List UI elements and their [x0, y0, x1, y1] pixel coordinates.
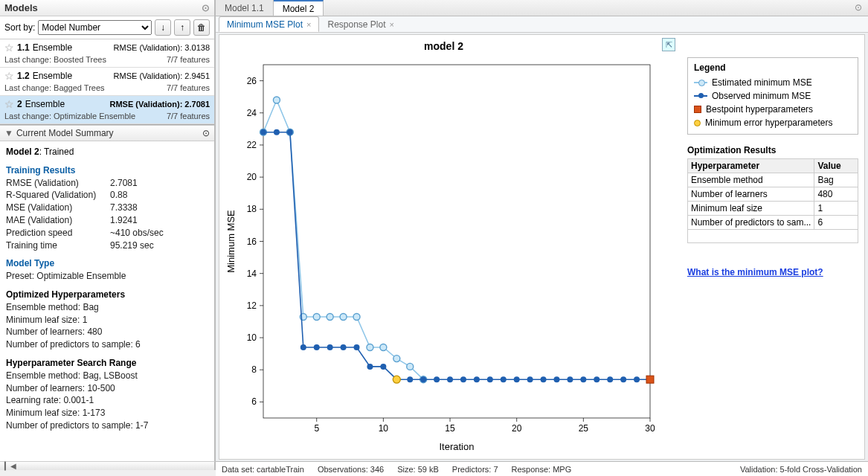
svg-point-62: [407, 376, 413, 382]
opt-param-value: 480: [814, 187, 858, 202]
status-size: Size: 59 kB: [397, 465, 439, 474]
svg-point-70: [514, 376, 520, 382]
svg-point-79: [634, 376, 640, 382]
svg-text:24: 24: [247, 108, 257, 118]
svg-text:6: 6: [251, 396, 257, 407]
svg-point-71: [527, 376, 533, 382]
svg-point-67: [474, 376, 480, 382]
sort-up-button[interactable]: ↑: [174, 19, 190, 36]
svg-text:Minimum MSE: Minimum MSE: [225, 210, 237, 273]
opt-param-name: Number of predictors to sam...: [688, 216, 814, 230]
legend-title: Legend: [694, 62, 852, 73]
model-list-item[interactable]: ☆ 1.1 Ensemble RMSE (Validation): 3.0138…: [0, 39, 214, 68]
svg-point-75: [580, 376, 586, 382]
svg-point-42: [313, 313, 320, 320]
svg-text:12: 12: [247, 300, 257, 311]
svg-point-46: [367, 344, 373, 351]
tab-close-icon[interactable]: ⊙: [849, 0, 868, 16]
sort-down-button[interactable]: ↓: [155, 19, 171, 36]
svg-text:15: 15: [445, 423, 455, 434]
svg-text:8: 8: [251, 364, 257, 375]
legend-label: Bestpoint hyperparameters: [706, 104, 813, 115]
svg-rect-82: [646, 376, 654, 383]
models-panel-close-icon[interactable]: ⊙: [202, 2, 210, 13]
svg-point-73: [553, 376, 559, 382]
model-features: 7/7 features: [167, 83, 210, 92]
svg-point-55: [314, 344, 320, 350]
sub-tab[interactable]: Response Plot×: [319, 16, 402, 32]
opt-param-value: Bag: [814, 173, 858, 187]
summary-header: ▼ Current Model Summary ⊙: [0, 125, 214, 141]
status-predictors: Predictors: 7: [452, 465, 498, 474]
sub-tab[interactable]: Minimum MSE Plot×: [219, 16, 319, 32]
status-bar: Data set: cartableTrain Observations: 34…: [216, 461, 868, 476]
model-number: 2: [17, 99, 22, 109]
collapse-handle[interactable]: ▎◀: [0, 461, 216, 470]
legend-marker-bestpoint: [694, 106, 701, 113]
model-type: Ensemble: [33, 42, 72, 53]
delete-button[interactable]: 🗑: [193, 19, 210, 36]
summary-title: Current Model Summary: [16, 128, 114, 138]
svg-text:model 2: model 2: [424, 40, 463, 52]
model-list-item[interactable]: ☆ 1.2 Ensemble RMSE (Validation): 2.9451…: [0, 68, 214, 96]
svg-point-52: [274, 129, 280, 135]
svg-point-47: [380, 344, 387, 351]
model-type: Ensemble: [25, 99, 65, 109]
svg-text:10: 10: [379, 423, 389, 434]
opt-param-value: 6: [814, 216, 858, 230]
mse-help-link[interactable]: What is the minimum MSE plot?: [687, 267, 858, 277]
sub-tab-close-icon[interactable]: ×: [306, 20, 311, 29]
sort-select[interactable]: Model Number: [38, 20, 152, 35]
svg-point-69: [501, 376, 507, 382]
svg-point-51: [260, 129, 266, 135]
svg-point-43: [327, 313, 333, 320]
svg-text:Iteration: Iteration: [440, 441, 475, 452]
svg-point-81: [393, 376, 400, 383]
top-tab[interactable]: Model 1.1: [216, 0, 274, 16]
model-number: 1.1: [17, 42, 30, 53]
model-last-change: Last change: Boosted Trees: [4, 55, 106, 64]
chart-zone: ⇱ model 251015202530Iteration68101214161…: [222, 35, 681, 456]
model-features: 7/7 features: [167, 112, 210, 120]
svg-point-39: [273, 97, 280, 103]
svg-point-59: [367, 364, 373, 370]
svg-text:20: 20: [247, 172, 257, 182]
svg-point-64: [434, 376, 440, 382]
star-icon[interactable]: ☆: [4, 98, 14, 110]
svg-text:20: 20: [512, 423, 522, 434]
status-response: Response: MPG: [512, 465, 572, 474]
model-list-item[interactable]: ☆ 2 Ensemble RMSE (Validation): 2.7081 L…: [0, 96, 214, 124]
summary-options-icon[interactable]: ⊙: [202, 128, 210, 138]
expand-plot-icon[interactable]: ⇱: [662, 38, 675, 51]
svg-text:30: 30: [645, 423, 655, 434]
svg-text:10: 10: [247, 332, 257, 343]
svg-text:14: 14: [247, 268, 257, 279]
svg-point-53: [287, 129, 293, 135]
svg-point-78: [620, 376, 626, 382]
status-dataset: Data set: cartableTrain: [222, 465, 304, 474]
svg-text:22: 22: [247, 140, 257, 150]
top-tab[interactable]: Model 2: [274, 0, 324, 16]
models-panel-header: Models ⊙: [0, 0, 214, 16]
sub-tab-close-icon[interactable]: ×: [390, 20, 394, 29]
star-icon[interactable]: ☆: [4, 42, 14, 54]
svg-point-65: [447, 376, 453, 382]
model-last-change: Last change: Optimizable Ensemble: [4, 112, 135, 120]
model-list: ☆ 1.1 Ensemble RMSE (Validation): 3.0138…: [0, 39, 214, 125]
status-observations: Observations: 346: [318, 465, 384, 474]
opt-results-scrollbar[interactable]: [687, 245, 858, 257]
svg-point-56: [327, 344, 333, 350]
status-validation: Validation: 5-fold Cross-Validation: [740, 465, 862, 474]
legend-marker-estimated: [694, 82, 707, 83]
opt-param-name: Number of learners: [688, 187, 814, 202]
svg-point-72: [541, 376, 547, 382]
sort-label: Sort by:: [4, 22, 35, 33]
models-title: Models: [4, 2, 38, 13]
star-icon[interactable]: ☆: [4, 70, 14, 82]
svg-point-44: [340, 313, 347, 320]
svg-text:26: 26: [247, 76, 257, 86]
svg-point-74: [567, 376, 573, 382]
svg-point-48: [393, 356, 400, 362]
model-last-change: Last change: Bagged Trees: [4, 83, 105, 92]
svg-point-49: [407, 363, 414, 370]
